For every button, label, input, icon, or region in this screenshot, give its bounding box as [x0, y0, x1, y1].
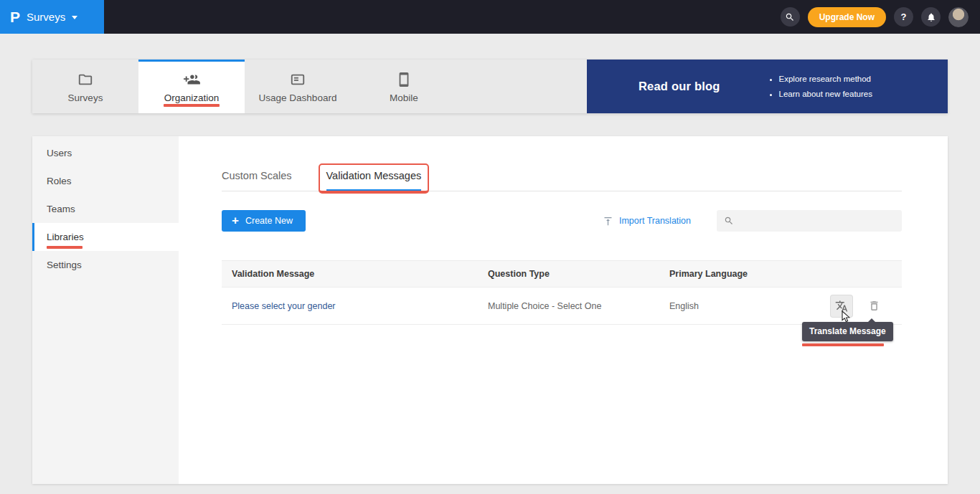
search-icon — [724, 216, 734, 226]
main-panel: Users Roles Teams Libraries Settings Cus… — [32, 136, 948, 484]
blog-bullet: Learn about new features — [779, 87, 872, 102]
questionpro-logo-icon: P — [10, 9, 20, 24]
translate-tooltip: Translate Message — [802, 322, 893, 341]
notifications-button[interactable] — [921, 7, 941, 27]
translate-icon — [835, 300, 848, 313]
bell-icon — [926, 12, 936, 22]
table-header-row: Validation Message Question Type Primary… — [222, 261, 902, 288]
group-add-icon — [183, 72, 200, 87]
sidebar-item-roles[interactable]: Roles — [32, 167, 179, 195]
import-translation-link[interactable]: Import Translation — [603, 216, 691, 227]
blog-bullet-list: Explore research method Learn about new … — [768, 72, 872, 102]
cell-actions — [803, 288, 902, 325]
import-translation-label: Import Translation — [619, 216, 691, 226]
question-mark-icon: ? — [901, 11, 907, 22]
chevron-down-icon — [72, 16, 77, 19]
validation-message-link[interactable]: Please select your gender — [232, 301, 336, 311]
tab-mobile[interactable]: Mobile — [351, 60, 457, 113]
folder-icon — [77, 72, 93, 87]
help-button[interactable]: ? — [894, 7, 913, 27]
trash-icon — [868, 300, 880, 312]
annotation-underline-tooltip — [802, 343, 884, 346]
sidebar-item-label: Roles — [47, 176, 72, 186]
annotation-underline-libraries — [47, 246, 83, 249]
product-name: Surveys — [27, 11, 65, 23]
module-tabs: Surveys Organization Usage Dashboard Mob… — [32, 60, 457, 113]
cell-validation-message: Please select your gender — [222, 288, 478, 325]
tab-organization[interactable]: Organization — [138, 60, 245, 113]
module-nav-band: Surveys Organization Usage Dashboard Mob… — [32, 60, 948, 113]
search-input[interactable] — [740, 216, 895, 226]
table-search[interactable] — [717, 210, 902, 232]
topbar: P Surveys Upgrade Now ? — [0, 0, 980, 34]
delete-message-button[interactable] — [863, 295, 885, 317]
sidebar-item-label: Users — [47, 148, 72, 158]
tab-label: Usage Dashboard — [259, 92, 337, 103]
tab-label: Mobile — [390, 92, 418, 103]
tab-label: Validation Messages — [326, 170, 422, 181]
organization-sidebar: Users Roles Teams Libraries Settings — [32, 136, 179, 484]
create-new-label: Create New — [245, 216, 293, 226]
blog-title: Read our blog — [639, 80, 720, 93]
blog-bullet: Explore research method — [779, 72, 872, 87]
sidebar-item-label: Teams — [47, 204, 75, 214]
header-primary-language: Primary Language — [659, 261, 803, 288]
table-row: Please select your gender Multiple Choic… — [222, 288, 902, 325]
toolbar-right: Import Translation — [603, 210, 902, 232]
sidebar-item-settings[interactable]: Settings — [32, 251, 179, 279]
product-switcher[interactable]: P Surveys — [0, 0, 104, 34]
validation-messages-table: Validation Message Question Type Primary… — [222, 260, 902, 325]
dashboard-card-icon — [290, 72, 306, 87]
smartphone-icon — [396, 72, 412, 87]
sidebar-item-teams[interactable]: Teams — [32, 195, 179, 223]
tab-label: Custom Scales — [222, 170, 292, 181]
tab-label: Organization — [164, 92, 220, 103]
header-validation-message: Validation Message — [222, 261, 478, 288]
search-button[interactable] — [781, 7, 800, 27]
upgrade-button[interactable]: Upgrade Now — [808, 7, 886, 27]
topbar-actions: Upgrade Now ? — [781, 7, 980, 27]
search-icon — [785, 12, 795, 22]
tab-validation-messages[interactable]: Validation Messages — [326, 170, 422, 191]
annotation-underline-organization — [164, 104, 220, 107]
tab-usage-dashboard[interactable]: Usage Dashboard — [245, 60, 351, 113]
header-actions — [803, 261, 902, 288]
sidebar-item-label: Libraries — [47, 232, 84, 242]
import-icon — [603, 216, 613, 227]
user-avatar[interactable] — [948, 7, 969, 27]
cell-question-type: Multiple Choice - Select One — [478, 288, 659, 325]
toolbar: + Create New Import Translation — [222, 210, 902, 232]
library-tabs: Custom Scales Validation Messages — [222, 162, 902, 191]
header-question-type: Question Type — [478, 261, 659, 288]
tab-label: Surveys — [68, 92, 103, 103]
tab-custom-scales[interactable]: Custom Scales — [222, 170, 292, 191]
blog-promo-panel[interactable]: Read our blog Explore research method Le… — [587, 60, 948, 113]
libraries-content: Custom Scales Validation Messages + Crea… — [179, 136, 948, 484]
tab-surveys[interactable]: Surveys — [32, 60, 138, 113]
sidebar-item-label: Settings — [47, 260, 82, 270]
translate-message-button[interactable] — [831, 295, 852, 317]
create-new-button[interactable]: + Create New — [222, 210, 306, 232]
plus-icon: + — [232, 214, 239, 228]
sidebar-item-libraries[interactable]: Libraries — [32, 223, 179, 251]
cell-primary-language: English — [659, 288, 803, 325]
sidebar-item-users[interactable]: Users — [32, 139, 179, 167]
